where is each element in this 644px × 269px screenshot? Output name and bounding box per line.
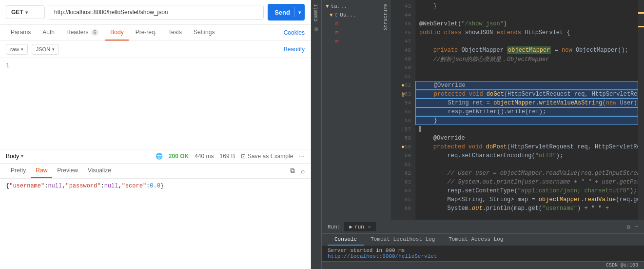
tree-file-icon-m2: m — [335, 30, 339, 36]
console-tab-tomcat-access[interactable]: Tomcat Access Log — [442, 234, 510, 246]
structure-tab-label[interactable]: Structure — [381, 0, 390, 34]
tree-file-icon-m3: m — [335, 39, 339, 44]
gutter-64: 64 — [391, 186, 415, 195]
postman-panel: GET ▾ Send ▾ Params Auth Headers 6 Body … — [0, 0, 311, 269]
console-tab-main[interactable]: Console — [328, 234, 364, 246]
run-tab-name: run — [354, 224, 364, 230]
gutter-63: 63 — [391, 178, 415, 186]
cursor-line: | — [401, 126, 405, 132]
status-bar-text: CSDN @s:103 — [606, 263, 638, 268]
save-icon: ⊡ — [241, 153, 246, 160]
copy-icon[interactable]: ⧉ — [290, 166, 295, 175]
method-select[interactable]: GET ▾ — [6, 5, 45, 19]
gutter-58: 58 — [391, 134, 415, 143]
send-button-label: Send — [274, 9, 294, 16]
line-number: 1 — [6, 62, 18, 69]
body-chevron-icon[interactable]: ▾ — [21, 153, 23, 159]
tab-params[interactable]: Params — [6, 25, 36, 41]
line-51 — [415, 72, 638, 81]
save-example-button[interactable]: ⊡ Save as Example — [241, 153, 293, 160]
search-icon[interactable]: ⌕ — [301, 167, 305, 175]
globe-icon: 🌐 — [156, 153, 163, 160]
method-label: GET — [11, 9, 23, 16]
tab-body[interactable]: Body — [105, 25, 128, 41]
response-json: {"username":null,"password":null,"score"… — [6, 183, 305, 189]
tab-visualize[interactable]: Visualize — [83, 164, 116, 178]
code-lines[interactable]: } @WebServlet("/show_json") public class… — [415, 0, 638, 220]
tab-pretty[interactable]: Pretty — [6, 164, 31, 178]
tab-prereq[interactable]: Pre-req. — [131, 25, 161, 41]
console-link[interactable]: http://localhost:8080/helloServlet — [328, 253, 437, 259]
override-indicator2: ● — [401, 144, 405, 150]
response-time: 440 ms — [195, 153, 214, 160]
tree-item-m1[interactable]: m — [322, 20, 380, 28]
run-bar: Run: ▶ run ✕ ⚙ − — [322, 220, 644, 234]
rg-2 — [638, 14, 644, 22]
tree-item-c[interactable]: ▼ C Us... — [322, 11, 380, 20]
line-47 — [415, 37, 638, 46]
settings-icon[interactable]: ⚙ — [626, 223, 630, 231]
minimize-icon[interactable]: − — [634, 223, 638, 230]
status-ok: 200 OK — [169, 153, 189, 160]
tab-raw[interactable]: Raw — [31, 164, 52, 178]
url-input[interactable] — [49, 5, 264, 20]
gutter-57: |57 — [391, 125, 415, 134]
gutter-45: 45 — [391, 20, 415, 28]
tree-item-m2[interactable]: m — [322, 28, 380, 37]
console-tab-tomcat-local[interactable]: Tomcat Localhost Log — [364, 234, 442, 246]
raw-label: raw — [10, 46, 19, 52]
body-label: Body — [6, 153, 19, 160]
tree-item-ta[interactable]: ▼ ta... — [322, 2, 380, 11]
line-numbers-gutter: 43 44 45 46 47 48 49 50 51 ●52 @ 53 54 5… — [391, 0, 415, 220]
console-text: Server started in 000 ms — [328, 248, 638, 253]
gutter-54: 54 — [391, 99, 415, 107]
line-50 — [415, 63, 638, 72]
send-chevron-icon[interactable]: ▾ — [294, 10, 305, 15]
gutter-47: 47 — [391, 37, 415, 46]
gutter-51: 51 — [391, 72, 415, 81]
tab-auth[interactable]: Auth — [38, 25, 59, 41]
line-46: public class showJSON extends HttpServle… — [415, 28, 638, 37]
url-bar: GET ▾ Send ▾ — [0, 0, 311, 25]
send-button[interactable]: Send ▾ — [268, 4, 305, 21]
line-57: ▌ — [415, 125, 638, 134]
commit-dot-icon — [314, 27, 318, 31]
tab-headers[interactable]: Headers 6 — [61, 25, 103, 41]
beautify-button[interactable]: Beautify — [284, 46, 305, 53]
tree-label-c: C — [335, 12, 338, 18]
line-65: Map<String, String> map = objectMapper.r… — [415, 195, 638, 204]
response-tab-bar: Pretty Raw Preview Visualize ⧉ ⌕ — [0, 164, 311, 179]
tab-tests[interactable]: Tests — [163, 25, 187, 41]
ide-code-panel: 43 44 45 46 47 48 49 50 51 ●52 @ 53 54 5… — [391, 0, 644, 220]
tab-settings[interactable]: Settings — [189, 25, 219, 41]
gutter-50: 50 — [391, 63, 415, 72]
console-content: Server started in 000 ms http://localhos… — [322, 246, 644, 261]
request-editor[interactable]: 1 — [0, 58, 311, 149]
cookies-link[interactable]: Cookies — [284, 29, 305, 36]
gutter-65: 65 — [391, 195, 415, 204]
raw-select[interactable]: raw ▾ — [6, 44, 28, 55]
run-tab[interactable]: ▶ run ✕ — [344, 222, 375, 231]
gutter-53: @ 53 — [391, 90, 415, 99]
json-label: JSON — [36, 46, 50, 52]
ide-panel: Commit ▼ ta... ▼ C Us... — [311, 0, 644, 269]
right-gutter — [638, 0, 644, 220]
tab-preview[interactable]: Preview — [52, 164, 83, 178]
line-44 — [415, 11, 638, 20]
gutter-56: 56 — [391, 116, 415, 125]
tree-item-m3[interactable]: m — [322, 37, 380, 46]
commit-tab-label[interactable]: Commit — [312, 0, 321, 25]
headers-badge: 6 — [91, 29, 99, 36]
body-format-options: raw ▾ JSON ▾ — [6, 44, 280, 55]
json-select[interactable]: JSON ▾ — [32, 44, 59, 55]
ide-editor-area: ▼ ta... ▼ C Us... m m m — [322, 0, 644, 220]
gutter-44: 44 — [391, 11, 415, 20]
response-bar: Body ▾ 🌐 200 OK 440 ms 169 B ⊡ Save as E… — [0, 149, 311, 164]
more-options-button[interactable]: ··· — [299, 152, 305, 160]
ide-main: ▼ ta... ▼ C Us... m m m — [322, 0, 644, 269]
run-tab-close-icon[interactable]: ✕ — [368, 224, 371, 230]
line-55: resp.getWriter().write(ret); — [415, 107, 638, 116]
file-tree: ▼ ta... ▼ C Us... m m m — [322, 0, 380, 220]
run-label: Run: — [328, 224, 340, 230]
rg-warning-2 — [638, 26, 644, 27]
